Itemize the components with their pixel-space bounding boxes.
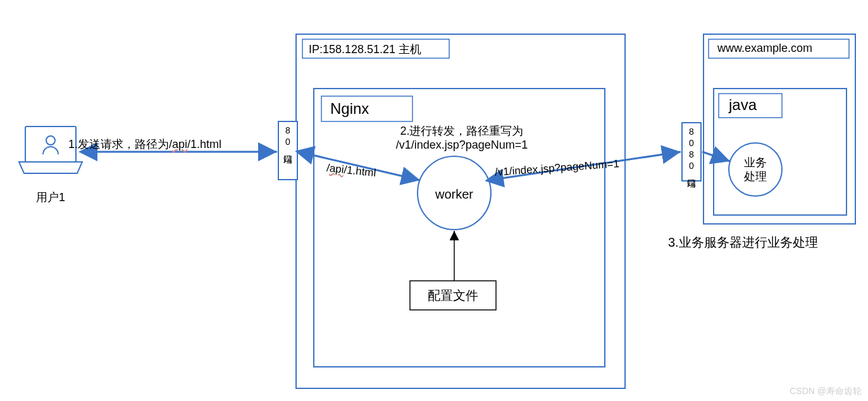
arrow-port8080-java	[702, 152, 730, 161]
svg-point-1	[46, 136, 55, 145]
backend-caption: 3.业务服务器进行业务处理	[668, 234, 818, 251]
port80-label: 80端口	[282, 125, 294, 151]
arrow2-label: 2.进行转发，路径重写为 /v1/index.jsp?pageNum=1	[354, 124, 569, 152]
port8080-label: 8080端口	[686, 126, 697, 175]
backend-host-box	[704, 34, 855, 224]
user-label: 用户1	[19, 190, 82, 205]
backend-host-title: www.example.com	[716, 42, 814, 55]
config-label: 配置文件	[411, 287, 495, 304]
arrow1-label: 1.发送请求，路径为/api/1.html	[68, 137, 221, 152]
worker-label: worker	[423, 187, 486, 202]
watermark: CSDN @寿命齿轮	[790, 386, 862, 397]
business-circle-label: 业务 处理	[731, 156, 779, 183]
host-title: IP:158.128.51.21 主机	[307, 42, 423, 57]
java-title: java	[728, 96, 758, 114]
nginx-title: Nginx	[329, 100, 370, 118]
